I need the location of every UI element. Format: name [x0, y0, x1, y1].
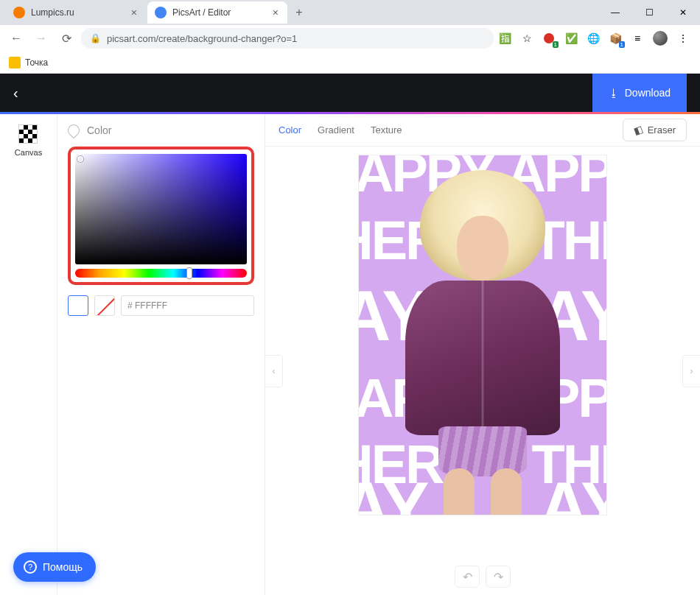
extension-icon[interactable]: 1: [542, 32, 556, 45]
rail-item-canvas[interactable]: Canvas: [15, 124, 42, 157]
hue-slider[interactable]: [75, 269, 247, 278]
panel-header: Color: [68, 124, 254, 136]
translate-icon[interactable]: 🈯: [498, 32, 511, 45]
maximize-button[interactable]: ☐: [632, 0, 666, 25]
window-controls: — ☐ ✕: [598, 0, 700, 25]
canvas-stage: APPY APPY THER THER AY AY APPY APPY THER…: [265, 147, 700, 595]
chrome-menu-button[interactable]: ⋮: [676, 32, 690, 45]
close-window-button[interactable]: ✕: [666, 0, 700, 25]
extension-icon[interactable]: 🌐: [587, 32, 600, 45]
main-area: Canvas Color Color Gradient Texture: [0, 114, 700, 595]
sv-knob[interactable]: [77, 156, 83, 162]
canvas-icon: [18, 124, 38, 144]
bookmark-star-icon[interactable]: ☆: [520, 32, 533, 45]
subtab-bar: Color Gradient Texture ◧ Eraser: [265, 114, 700, 147]
tool-rail: Canvas: [0, 114, 57, 595]
subtab-texture[interactable]: Texture: [371, 124, 402, 135]
close-icon[interactable]: ×: [130, 7, 139, 18]
url-text: picsart.com/create/background-changer?o=…: [107, 33, 297, 44]
help-fab[interactable]: ? Помощь: [13, 552, 96, 582]
lock-icon: 🔒: [90, 33, 101, 43]
zip-line: [482, 281, 484, 435]
favicon-icon: [155, 7, 167, 18]
bookmarks-bar: Точка: [0, 52, 700, 74]
prev-page-button[interactable]: ‹: [265, 355, 283, 387]
hex-input[interactable]: [121, 295, 254, 316]
redo-button[interactable]: ↷: [486, 566, 511, 588]
subtab-color[interactable]: Color: [279, 124, 301, 135]
saturation-value-picker[interactable]: [75, 154, 247, 264]
leg-shape: [444, 468, 475, 515]
app-back-button[interactable]: ‹: [13, 85, 18, 102]
leg-shape: [491, 468, 522, 515]
next-page-button[interactable]: ›: [682, 355, 700, 387]
panel-title: Color: [87, 124, 111, 136]
favicon-icon: [13, 7, 25, 18]
hue-knob[interactable]: [186, 267, 192, 279]
canvas-area: Color Gradient Texture ◧ Eraser APPY APP…: [265, 114, 700, 595]
url-input[interactable]: 🔒 picsart.com/create/background-changer?…: [81, 28, 494, 49]
new-tab-button[interactable]: +: [289, 2, 309, 23]
swatch-row: [68, 295, 254, 316]
close-icon[interactable]: ×: [271, 7, 280, 18]
subtab-gradient[interactable]: Gradient: [318, 124, 354, 135]
bookmark-folder-icon: [9, 57, 21, 68]
droplet-icon: [66, 122, 83, 139]
extension-icon[interactable]: 📦1: [609, 32, 622, 45]
reading-list-icon[interactable]: ≡: [631, 32, 644, 45]
extension-icon[interactable]: ✅: [564, 32, 578, 45]
download-button[interactable]: ⭳ Download: [592, 74, 687, 112]
rail-label: Canvas: [15, 148, 42, 157]
nav-back-button[interactable]: ←: [6, 28, 27, 49]
download-label: Download: [625, 87, 671, 99]
color-panel: Color: [57, 114, 265, 595]
tab-picsart[interactable]: PicsArt / Editor ×: [147, 1, 287, 24]
help-label: Помощь: [43, 561, 83, 573]
extensions-row: 🈯 ☆ 1 ✅ 🌐 📦1 ≡ ⋮: [498, 31, 694, 46]
app-header: ‹ PicsArt Tools Beta ⭳ Download: [0, 74, 700, 112]
profile-avatar[interactable]: [653, 31, 668, 46]
download-icon: ⭳: [609, 87, 619, 99]
eraser-button[interactable]: ◧ Eraser: [623, 119, 687, 141]
address-bar: ← → ⟳ 🔒 picsart.com/create/background-ch…: [0, 25, 700, 52]
undo-button[interactable]: ↶: [455, 566, 480, 588]
current-swatch[interactable]: [68, 295, 88, 316]
eraser-icon: ◧: [631, 123, 643, 136]
minimize-button[interactable]: —: [598, 0, 632, 25]
person-figure: [391, 170, 575, 515]
eraser-label: Eraser: [648, 124, 676, 135]
no-color-swatch[interactable]: [94, 295, 115, 316]
window-titlebar: Lumpics.ru × PicsArt / Editor × + — ☐ ✕: [0, 0, 700, 25]
face-shape: [457, 216, 508, 281]
help-icon: ?: [24, 560, 37, 574]
tab-title: PicsArt / Editor: [172, 7, 231, 18]
artwork-preview[interactable]: APPY APPY THER THER AY AY APPY APPY THER…: [359, 155, 606, 515]
color-picker-highlight: [68, 147, 254, 285]
undo-redo-bar: ↶ ↷: [455, 566, 511, 588]
